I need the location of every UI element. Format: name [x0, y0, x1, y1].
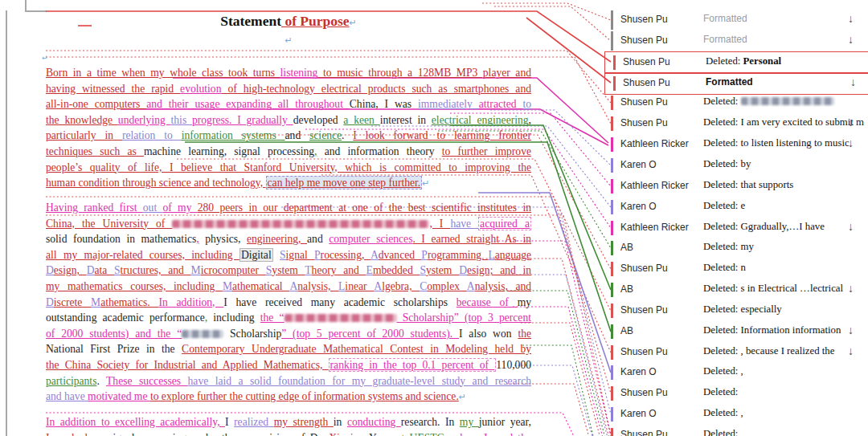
text-segment: all my major-related courses, including: [46, 249, 240, 261]
document-line[interactable]: I worked on signal processing under the …: [46, 430, 531, 436]
text-segment: S: [420, 264, 426, 276]
author-name: Kathleen Ricker: [620, 138, 689, 149]
expand-down-arrow-icon[interactable]: ↓: [848, 116, 854, 128]
document-line[interactable]: all-in-one computers and their usage exp…: [46, 96, 531, 112]
revision-author-tick: [611, 304, 613, 318]
document-line[interactable]: all my major-related courses, including …: [46, 247, 531, 263]
document-line[interactable]: outstanding academic performance, includ…: [46, 310, 531, 326]
text-segment: D: [46, 296, 54, 308]
document-line[interactable]: China, the University of , I have acquir…: [46, 216, 531, 232]
document-line[interactable]: In addition to excelling academically, I…: [46, 414, 531, 430]
document-line[interactable]: particularly in relation to information …: [46, 128, 531, 144]
document-title[interactable]: Statement of Purpose↵: [46, 13, 531, 30]
expand-down-arrow-icon[interactable]: ↓: [848, 137, 854, 149]
text-segment: S: [114, 264, 121, 276]
document-line[interactable]: my mathematics courses, including Mathem…: [46, 279, 531, 295]
revision-row[interactable]: Shusen PuDeleted:: [603, 383, 868, 404]
document-line[interactable]: techniques such as machine learning, sig…: [46, 144, 531, 160]
text-segment: Having ranked first: [46, 202, 143, 214]
author-name: Shusen Pu: [620, 117, 668, 128]
text-segment: solid foundation in mathematics: [46, 233, 196, 245]
document-line[interactable]: the knowledge underlying this progress. …: [46, 112, 531, 128]
text-segment: relation to: [122, 129, 182, 141]
author-name: Shusen Pu: [620, 429, 668, 436]
revision-row[interactable]: Shusen PuDeleted: I am very excited to s…: [603, 113, 868, 134]
text-segment: rocessing,: [321, 249, 371, 261]
revision-row[interactable]: Karen ODeleted: e: [603, 197, 868, 218]
text-segment: listening: [280, 67, 318, 79]
text-segment: dvanced: [379, 249, 422, 261]
text-segment: my: [518, 296, 531, 308]
author-name: Shusen Pu: [620, 14, 668, 25]
text-segment: evolution: [180, 83, 221, 95]
expand-down-arrow-icon[interactable]: ↓: [848, 220, 854, 233]
text-segment: ystem: [272, 264, 305, 276]
text-segment: Contemporary Undergraduate Mathematical …: [182, 343, 531, 355]
text-segment: mbedded: [373, 264, 420, 276]
document-line[interactable]: National First Prize in the Contemporary…: [46, 341, 531, 357]
expand-down-arrow-icon[interactable]: ↓: [848, 33, 854, 46]
revision-row[interactable]: Karen ODeleted: ,: [603, 362, 868, 383]
document-line[interactable]: Design, Data Structures, and Microcomput…: [46, 263, 531, 279]
revision-row[interactable]: Shusen PuFormatted↓: [603, 10, 868, 31]
revision-row[interactable]: Karen ODeleted: by: [603, 155, 868, 176]
document-line[interactable]: human condition through science and tech…: [46, 175, 531, 192]
expand-down-arrow-icon[interactable]: ↓: [848, 324, 854, 336]
revision-row[interactable]: Shusen PuDeleted: , because I realized t…: [603, 342, 868, 363]
document-line[interactable]: solid foundation in mathematics, physics…: [46, 231, 531, 247]
text-segment: motivated me: [88, 390, 150, 402]
text-segment: ” (top 5 percent of 2000 students).: [281, 328, 459, 340]
revision-author-tick: [611, 407, 613, 422]
pilcrow-mark: ↵: [42, 54, 48, 62]
expand-down-arrow-icon[interactable]: ↓: [850, 75, 856, 88]
text-segment: D: [46, 264, 54, 276]
revision-row[interactable]: Kathleen RickerDeleted: to listen listen…: [603, 134, 868, 155]
text-segment: and: [307, 233, 329, 245]
title-inserted-text: of Purpose: [281, 13, 350, 29]
text-segment: underlying: [118, 114, 171, 126]
text-segment: the knowledge: [46, 114, 118, 126]
revision-row[interactable]: Shusen PuDeleted: n: [603, 259, 868, 279]
document-line[interactable]: the China Society for Industrial and App…: [46, 357, 531, 373]
expand-down-arrow-icon[interactable]: ↓: [848, 282, 854, 295]
text-segment: I: [225, 416, 234, 428]
text-segment: S: [280, 249, 286, 261]
document-line[interactable]: people’s quality of life, I believe that…: [46, 160, 531, 176]
text-segment: where I used the: [452, 432, 531, 436]
document-line[interactable]: having witnessed the rapid evolution of …: [46, 81, 531, 97]
document-line[interactable]: participants. These successes have laid …: [46, 373, 531, 389]
revision-row[interactable]: Shusen PuDeleted: Personal: [604, 51, 868, 74]
text-segment: to: [522, 98, 531, 110]
redacted-blur-text: [172, 220, 429, 228]
document-line[interactable]: Discrete Mathematics. In addition, I hav…: [46, 295, 531, 311]
text-segment: and: [285, 129, 309, 141]
revision-row[interactable]: ABDeleted: my: [603, 238, 868, 259]
revision-row[interactable]: Shusen PuDeleted: especially: [603, 300, 868, 321]
revision-row[interactable]: Shusen PuFormatted↓: [604, 72, 868, 95]
text-segment: ↵: [422, 178, 429, 188]
text-segment: ata: [94, 264, 114, 276]
document-line[interactable]: Having ranked first out of my 280 peers …: [46, 200, 531, 216]
revision-author-tick: [613, 76, 616, 91]
revision-action-label: Deleted: Ggradually,…I have: [703, 221, 825, 233]
document-line[interactable]: of 2000 students) and the “ Scholarship”…: [46, 326, 531, 342]
revision-row[interactable]: Shusen PuDeleted:: [603, 92, 868, 113]
expand-down-arrow-icon[interactable]: ↓: [848, 344, 854, 357]
text-segment: Scholarship: [223, 328, 281, 340]
text-segment: realized: [234, 416, 274, 428]
expand-down-arrow-icon[interactable]: ↓: [848, 12, 854, 25]
document-line[interactable]: and have motivated me to explore further…: [46, 389, 531, 405]
revision-action-label: Deleted: by: [703, 158, 751, 170]
revision-row[interactable]: Kathleen RickerDeleted: Ggradually,…I ha…: [603, 218, 868, 238]
revision-row[interactable]: Kathleen RickerDeleted: that supports: [603, 176, 868, 197]
revision-row[interactable]: Karen ODeleted: ,: [603, 404, 868, 425]
revision-action-label: Deleted:: [703, 386, 738, 398]
text-segment: electrical engineering: [432, 114, 529, 126]
revision-row[interactable]: ABDeleted: Information information↓: [603, 321, 868, 342]
revision-row[interactable]: Shusen PuDeleted:: [603, 425, 868, 436]
text-segment: all-in-one computers: [46, 98, 146, 110]
revision-row[interactable]: Shusen PuFormatted↓: [603, 31, 868, 51]
revision-row[interactable]: ABDeleted: s in Electrical …lectrical↓: [603, 279, 868, 300]
document-line[interactable]: Born in a time when my whole class took …: [46, 65, 531, 81]
author-name: Karen O: [620, 201, 657, 212]
